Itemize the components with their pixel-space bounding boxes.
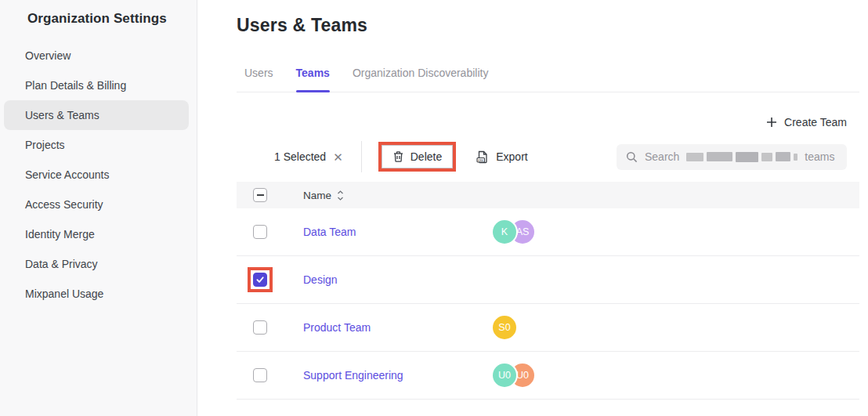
checkbox-slot xyxy=(253,273,267,288)
avatar: S0 xyxy=(493,316,516,339)
plus-icon xyxy=(766,117,777,128)
tab-bar: UsersTeamsOrganization Discoverability xyxy=(237,67,859,92)
sidebar-item-identity-merge[interactable]: Identity Merge xyxy=(4,219,189,249)
team-name-link[interactable]: Data Team xyxy=(303,226,493,238)
sidebar-item-label: Mixpanel Usage xyxy=(25,288,103,300)
sidebar-item-plan-details-billing[interactable]: Plan Details & Billing xyxy=(4,71,189,100)
redacted-text xyxy=(686,152,797,162)
sidebar-item-label: Data & Privacy xyxy=(25,258,98,270)
sidebar-item-label: Plan Details & Billing xyxy=(25,79,126,92)
member-avatars: S0 xyxy=(493,316,516,339)
sidebar-title: Organization Settings xyxy=(4,9,189,27)
avatar: K xyxy=(493,220,516,244)
row-checkbox[interactable] xyxy=(253,368,267,382)
member-avatars: U0U0 xyxy=(493,364,534,387)
sidebar-item-label: Users & Teams xyxy=(25,109,99,121)
clear-selection-icon[interactable]: ✕ xyxy=(333,151,343,163)
sidebar-item-mixpanel-usage[interactable]: Mixpanel Usage xyxy=(4,279,189,309)
row-checkbox[interactable] xyxy=(253,273,267,287)
row-checkbox[interactable] xyxy=(253,320,267,335)
column-header-name[interactable]: Name xyxy=(303,190,344,201)
page-title: Users & Teams xyxy=(237,15,859,36)
table-row: Design xyxy=(237,256,859,304)
bulk-actions-toolbar: 1 Selected ✕ Delete xyxy=(237,140,859,173)
search-input[interactable]: Search teams xyxy=(617,144,847,170)
sidebar-item-label: Access Security xyxy=(25,198,103,211)
checkbox-slot xyxy=(253,320,267,335)
sidebar-item-service-accounts[interactable]: Service Accounts xyxy=(4,160,189,190)
team-name-link[interactable]: Product Team xyxy=(303,321,493,334)
create-team-button[interactable]: Create Team xyxy=(766,116,847,128)
table-body: Data Team KAS Design Product Team S0 Sup… xyxy=(237,208,859,400)
sidebar-item-users-teams[interactable]: Users & Teams xyxy=(4,100,189,130)
team-name-link[interactable]: Design xyxy=(303,273,493,286)
search-icon xyxy=(626,151,638,163)
team-name-link[interactable]: Support Engineering xyxy=(303,369,493,382)
table-row: Data Team KAS xyxy=(237,208,859,256)
sidebar-item-label: Projects xyxy=(25,139,65,151)
checkbox-highlight xyxy=(248,267,273,292)
sidebar: Organization Settings Overview Plan Deta… xyxy=(0,0,197,416)
search-placeholder-suffix: teams xyxy=(805,150,834,163)
delete-button-highlight: Delete xyxy=(378,142,456,172)
toolbar-divider xyxy=(361,141,362,172)
svg-text:csv: csv xyxy=(478,157,484,161)
csv-file-icon: csv xyxy=(476,150,489,164)
sidebar-item-label: Service Accounts xyxy=(25,168,109,181)
delete-button[interactable]: Delete xyxy=(382,145,453,168)
tab-teams[interactable]: Teams xyxy=(296,67,330,92)
checkbox-slot xyxy=(253,368,267,382)
export-label: Export xyxy=(496,150,527,163)
tab-organization-discoverability[interactable]: Organization Discoverability xyxy=(353,67,489,92)
export-button[interactable]: csv Export xyxy=(476,150,527,164)
row-checkbox[interactable] xyxy=(253,225,267,239)
sort-icon xyxy=(337,190,344,201)
sidebar-item-access-security[interactable]: Access Security xyxy=(4,190,189,219)
create-team-label: Create Team xyxy=(784,116,847,128)
top-actions: Create Team xyxy=(237,116,847,128)
search-placeholder-prefix: Search xyxy=(645,150,679,163)
sidebar-item-projects[interactable]: Projects xyxy=(4,130,189,160)
sidebar-nav: Overview Plan Details & Billing Users & … xyxy=(4,41,189,309)
avatar: U0 xyxy=(493,364,516,387)
main-content: Users & Teams UsersTeamsOrganization Dis… xyxy=(197,0,868,416)
tab-users[interactable]: Users xyxy=(244,67,273,92)
teams-table: Name Data Team KAS Design Product Team S… xyxy=(237,182,859,400)
delete-label: Delete xyxy=(410,150,442,163)
checkbox-slot xyxy=(253,225,267,239)
sidebar-item-label: Overview xyxy=(25,49,71,62)
table-header-row: Name xyxy=(237,182,859,208)
member-avatars: KAS xyxy=(493,220,534,244)
sidebar-item-data-privacy[interactable]: Data & Privacy xyxy=(4,249,189,279)
table-row: Support Engineering U0U0 xyxy=(237,352,859,400)
selected-count-label: 1 Selected xyxy=(274,150,326,163)
trash-icon xyxy=(392,150,404,163)
select-all-checkbox[interactable] xyxy=(253,188,267,202)
table-row: Product Team S0 xyxy=(237,304,859,352)
sidebar-item-overview[interactable]: Overview xyxy=(4,41,189,71)
column-name-label: Name xyxy=(303,190,331,201)
sidebar-item-label: Identity Merge xyxy=(25,228,95,241)
selection-summary: 1 Selected ✕ xyxy=(274,150,343,163)
